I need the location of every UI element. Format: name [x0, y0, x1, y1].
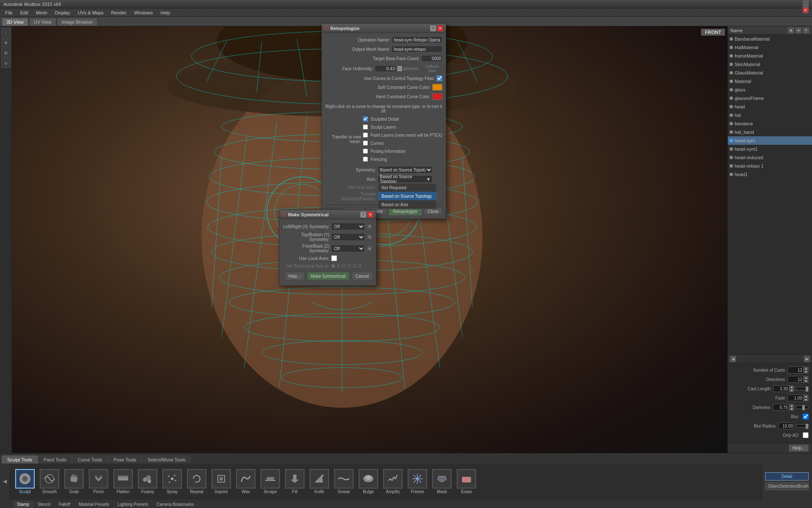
tool-wax[interactable]: Wax [234, 469, 257, 494]
tool-flatten[interactable]: Flatten [112, 469, 134, 494]
maximize-button[interactable]: □ [803, 1, 809, 7]
symmetry-select[interactable]: Not Required Based on Source Topology Ba… [378, 166, 433, 174]
only-ao-checkbox[interactable] [803, 432, 809, 438]
fade-down[interactable]: ▼ [804, 398, 809, 401]
menu-help[interactable]: Help [157, 9, 174, 16]
soft-constraint-color[interactable] [432, 84, 442, 91]
transfer-paint-layers-cb[interactable] [363, 133, 368, 138]
tool-pinch[interactable]: Pinch [87, 469, 110, 494]
tool-freeze[interactable]: Freeze [406, 469, 429, 494]
menu-render[interactable]: Render [108, 9, 130, 16]
retopo-help-btn[interactable]: ? [430, 25, 436, 31]
face-uniformity-input[interactable] [375, 65, 396, 72]
fade-input[interactable] [787, 395, 804, 401]
scene-item-head-sym[interactable]: head-sym [728, 136, 812, 145]
fb-toggle[interactable]: ▼ [367, 246, 373, 251]
scene-item-head[interactable]: head [728, 102, 812, 111]
hard-constraint-color[interactable] [432, 93, 442, 100]
scene-scroll-right[interactable]: ▶ [804, 356, 810, 362]
tool-scrape[interactable]: Scrape [259, 469, 282, 494]
scene-item-glass[interactable]: glass [728, 86, 812, 94]
menu-windows[interactable]: Windows [131, 9, 156, 16]
sym-titlebar[interactable]: ⬡ Make Symmetrical ? ✕ [280, 210, 376, 219]
scene-scroll-left[interactable]: ◀ [730, 356, 736, 362]
scene-item-head1[interactable]: head1 [728, 170, 812, 179]
scene-item-head-reduced[interactable]: head-reduced [728, 153, 812, 162]
directions-input[interactable] [787, 376, 804, 383]
tool-erase[interactable]: Erase [455, 469, 478, 494]
menu-edit[interactable]: Edit [17, 9, 32, 16]
axis-x-radio[interactable] [331, 264, 335, 268]
tool-mask[interactable]: Mask [431, 469, 453, 494]
left-tool-1[interactable]: ↕ [1, 28, 11, 37]
tool-fill[interactable]: Fill [283, 469, 306, 494]
stamp-tab-falloff[interactable]: Falloff [55, 501, 74, 508]
left-tool-3[interactable]: ⊞ [1, 48, 11, 58]
cast-length-slider[interactable] [796, 387, 809, 390]
make-symmetrical-button[interactable]: Make Symmetrical [307, 272, 349, 280]
darkness-down[interactable]: ▼ [789, 407, 794, 411]
directions-down[interactable]: ▼ [804, 379, 809, 383]
target-face-input[interactable] [421, 55, 442, 62]
cast-length-up[interactable]: ▲ [789, 385, 794, 389]
sym-cancel-button[interactable]: Cancel [352, 272, 373, 280]
axis-dropdown-btn[interactable]: Based on Source Topology ▼ [378, 175, 433, 183]
scene-item-hatmaterial[interactable]: HatMaterial [728, 43, 812, 52]
num-casts-up[interactable]: ▲ [804, 367, 809, 370]
output-mesh-input[interactable] [392, 46, 442, 52]
blur-checkbox[interactable] [803, 414, 809, 420]
tool-scroll-left[interactable]: ◀ [0, 464, 10, 500]
tab-curve-tools[interactable]: Curve Tools [72, 456, 108, 464]
tb-toggle[interactable]: ▼ [367, 234, 373, 240]
sym-dialog-help-btn[interactable]: ? [360, 212, 366, 218]
stamp-tab-stamp[interactable]: Stamp [13, 501, 33, 508]
stamp-tab-stencil[interactable]: Stencil [33, 501, 55, 508]
tool-bulge[interactable]: Bulge [357, 469, 380, 494]
fade-up[interactable]: ▲ [804, 395, 809, 398]
obj-selection-button[interactable]: ObjectSelectionBrush [765, 482, 809, 490]
retopo-close-btn[interactable]: ✕ [437, 25, 443, 31]
scene-icon-1[interactable]: ◉ [787, 27, 794, 34]
stamp-tab-camera-bookmarks[interactable]: Camera Bookmarks [152, 501, 198, 508]
scene-item-head-sym1[interactable]: head-sym1 [728, 145, 812, 153]
transfer-posing-info-cb[interactable] [363, 149, 368, 154]
transfer-sculpted-detail-cb[interactable] [363, 116, 368, 121]
transfer-curves-cb[interactable] [363, 141, 368, 146]
cast-length-input[interactable] [773, 385, 789, 392]
help-button[interactable]: Help... [789, 444, 809, 452]
tab-3d-view[interactable]: 3D View [2, 18, 28, 26]
tab-uv-view[interactable]: UV View [29, 18, 56, 26]
retopo-titlebar[interactable]: ⬡ Retopologize ? ✕ [322, 24, 446, 33]
directions-up[interactable]: ▲ [804, 376, 809, 379]
tool-sculpt[interactable]: Sculpt [14, 469, 36, 494]
menu-file[interactable]: File [2, 9, 16, 16]
blur-radius-input[interactable] [778, 422, 794, 429]
scene-item-bandanamaterial[interactable]: BandanaMaterial [728, 35, 812, 43]
close-button[interactable]: ✕ [803, 7, 809, 13]
num-casts-down[interactable]: ▼ [804, 370, 809, 373]
tab-image-browser[interactable]: Image Browser [57, 18, 98, 26]
tool-spray[interactable]: Spray [161, 469, 184, 494]
darkness-slider[interactable] [796, 406, 809, 409]
darkness-input[interactable] [773, 404, 789, 411]
scene-item-bandana[interactable]: bandana [728, 119, 812, 128]
tool-grab[interactable]: Grab [63, 469, 85, 494]
axis-option-based-on-axis[interactable]: Based on Axis [378, 200, 436, 209]
sym-dialog-close-btn[interactable]: ✕ [368, 212, 373, 218]
menu-uvs-maps[interactable]: UVs & Maps [74, 9, 107, 16]
tool-foamy[interactable]: Foamy [136, 469, 159, 494]
tb-sym-select[interactable]: Off On [331, 233, 365, 241]
scene-item-hat_band[interactable]: hat_band [728, 128, 812, 136]
tab-select-move-tools[interactable]: Select/Move Tools [142, 456, 191, 464]
scene-item-hat[interactable]: hat [728, 111, 812, 119]
left-tool-4[interactable]: ◎ [1, 58, 11, 68]
scene-item-skinmaterial[interactable]: SkinMaterial [728, 60, 812, 69]
tool-amplify[interactable]: Amplify [381, 469, 404, 494]
axis-option-source-topology[interactable]: Based on Source Topology [378, 192, 436, 200]
fb-sym-select[interactable]: Off On [331, 245, 365, 252]
sym-help-button[interactable]: Help... [285, 272, 304, 280]
blur-radius-slider[interactable] [796, 424, 809, 428]
lr-toggle[interactable]: ▼ [367, 224, 373, 229]
scene-icon-2[interactable]: ◈ [795, 27, 802, 34]
tool-smooth[interactable]: Smooth [38, 469, 61, 494]
